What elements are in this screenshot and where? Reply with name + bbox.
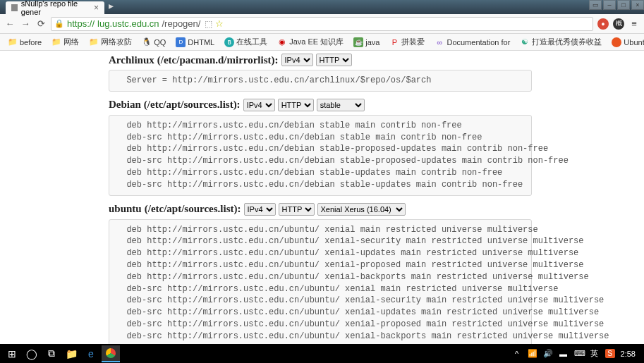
ipv-select[interactable]: IPv4 (244, 203, 276, 216)
debian-code: deb http://mirrors.ustc.edu.cn/debian st… (109, 115, 532, 196)
tool-icon: в (224, 37, 234, 47)
dhtml-icon: D (176, 37, 186, 47)
maximize-button[interactable]: □ (617, 0, 630, 10)
ime-icon[interactable]: 英 (590, 348, 600, 359)
arch-code: Server = http://mirrors.ustc.edu.cn/arch… (109, 70, 532, 92)
start-button[interactable]: ⊞ (3, 345, 21, 362)
arch-section: Archlinux (/etc/pacman.d/mirrorlist): IP… (109, 54, 532, 92)
proto-select[interactable]: HTTP (279, 203, 315, 216)
url-path: /repogen/ (162, 18, 200, 29)
url-scheme: https:// (67, 18, 95, 29)
extension-icon-2[interactable]: 概 (613, 18, 624, 30)
section-path: (/etc/pacman.d/mirrorlist): (157, 54, 279, 66)
lock-icon: 🔒 (54, 19, 64, 28)
bookmark-item[interactable]: 📁网络攻防 (85, 35, 135, 49)
battery-icon[interactable]: ▬ (559, 350, 569, 358)
puzzle-icon: P (389, 37, 399, 47)
cortana-button[interactable]: ◯ (23, 345, 41, 362)
ubuntu-icon (612, 37, 621, 47)
bookmark-item[interactable]: ∞Documentation for (431, 36, 514, 49)
java2-icon: ☕ (353, 37, 363, 47)
new-tab-button[interactable]: ▸ (109, 0, 114, 14)
task-view-button[interactable]: ⧉ (42, 345, 61, 362)
section-path: (/etc/apt/sources.list): (145, 203, 241, 215)
ubuntu-section: ubuntu (/etc/apt/sources.list): IPv4 HTT… (109, 203, 532, 345)
back-button[interactable]: ← (4, 18, 16, 30)
release-select[interactable]: Xenial Xerus (16.04) (317, 203, 406, 216)
browser-tab[interactable]: sNullp's repo file gener × (6, 1, 104, 14)
chrome-icon[interactable] (102, 345, 120, 362)
browser-tab-row: sNullp's repo file gener × ▸ ▭ – □ × (0, 0, 644, 14)
clock[interactable]: 2:58 (621, 350, 636, 358)
cn-icon: ☯ (520, 37, 530, 47)
section-title: Archlinux (109, 54, 154, 66)
tray-chevron-icon[interactable]: ^ (512, 350, 522, 358)
forward-button[interactable]: → (20, 18, 31, 30)
ubuntu-code: deb http://mirrors.ustc.edu.cn/ubuntu/ x… (109, 219, 532, 345)
reload-button[interactable]: ⟳ (35, 18, 47, 30)
close-tab-icon[interactable]: × (94, 3, 99, 13)
bookmark-item[interactable]: 🐧QQ (138, 36, 169, 49)
address-bar-row: ← → ⟳ 🔒 https://lug.ustc.edu.cn/repogen/… (0, 14, 644, 34)
page-icon (11, 4, 18, 11)
bookmark-item[interactable]: 📁网络 (48, 35, 83, 49)
page-content: Archlinux (/etc/pacman.d/mirrorlist): IP… (0, 51, 644, 345)
java-icon: ◉ (277, 37, 287, 47)
extension-icon-1[interactable]: ● (597, 18, 609, 30)
star-icon[interactable]: ☆ (215, 18, 224, 29)
url-domain: lug.ustc.edu.cn (97, 18, 159, 29)
release-select[interactable]: stable (317, 99, 365, 111)
file-explorer-icon[interactable]: 📁 (62, 345, 80, 362)
sogou-icon[interactable]: S (605, 349, 615, 358)
bookmark-item[interactable]: ☕java (350, 36, 383, 49)
section-title: Debian (109, 99, 141, 111)
bookmark-item[interactable]: DDHTML (172, 36, 218, 49)
bookmark-item[interactable]: 📁before (4, 36, 45, 49)
section-path: (/etc/apt/sources.list): (144, 99, 241, 111)
translate-icon[interactable]: ⬚ (205, 19, 212, 29)
folder-icon: 📁 (8, 37, 18, 47)
bookmark-item[interactable]: ◉Java EE 知识库 (274, 35, 347, 49)
volume-icon[interactable]: 🔊 (543, 349, 553, 358)
namespace-button[interactable]: ▭ (589, 0, 602, 10)
keyboard-icon[interactable]: ⌨ (574, 349, 584, 358)
bookmark-item[interactable]: P拼装爱 (386, 35, 428, 49)
bookmark-item[interactable]: ☯打造最优秀债券收益 (516, 35, 605, 49)
wifi-icon[interactable]: 📶 (528, 349, 537, 358)
proto-select[interactable]: HTTP (316, 54, 352, 66)
bookmark-item[interactable]: в在线工具 (221, 35, 271, 49)
folder-icon: 📁 (89, 37, 99, 47)
section-title: ubuntu (109, 203, 142, 215)
debian-section: Debian (/etc/apt/sources.list): IPv4 HTT… (109, 99, 532, 196)
qq-icon: 🐧 (142, 37, 152, 47)
minimize-button[interactable]: – (603, 0, 616, 10)
edge-icon[interactable]: e (82, 345, 100, 362)
bookmark-item[interactable]: Ubuntu – Ubuntu P (608, 36, 644, 49)
close-window-button[interactable]: × (631, 0, 644, 10)
ipv-select[interactable]: IPv4 (243, 99, 275, 111)
url-bar[interactable]: 🔒 https://lug.ustc.edu.cn/repogen/ ⬚ ☆ (51, 17, 593, 31)
menu-button[interactable]: ≡ (628, 18, 640, 30)
vs-icon: ∞ (435, 37, 444, 47)
folder-icon: 📁 (51, 37, 61, 47)
taskbar: ⊞ ◯ ⧉ 📁 e ^ 📶 🔊 ▬ ⌨ 英 S 2:58 (0, 344, 644, 363)
proto-select[interactable]: HTTP (278, 99, 314, 111)
tab-title: sNullp's repo file gener (21, 0, 90, 16)
ipv-select[interactable]: IPv4 (281, 54, 313, 66)
bookmark-bar: 📁before 📁网络 📁网络攻防 🐧QQ DDHTML в在线工具 ◉Java… (0, 34, 644, 51)
